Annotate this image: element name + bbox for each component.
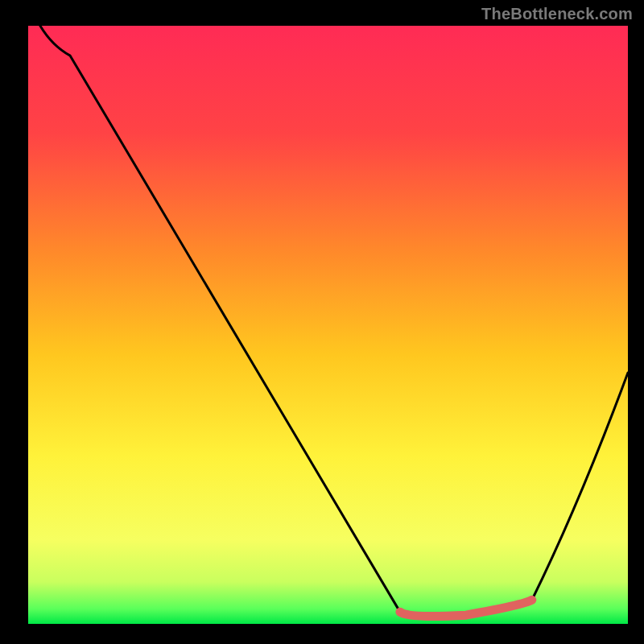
chart-frame: TheBottleneck.com [0, 0, 644, 644]
bottleneck-chart [0, 0, 644, 644]
watermark-label: TheBottleneck.com [481, 5, 633, 23]
plot-area [28, 26, 628, 624]
